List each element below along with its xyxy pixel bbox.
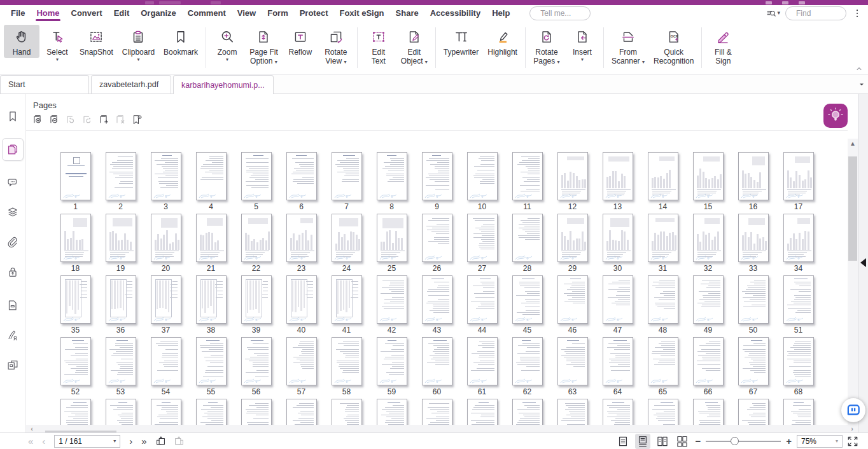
sidebar-item-destinations[interactable] <box>3 297 22 314</box>
page-thumbnail-14[interactable] <box>648 152 678 200</box>
quick-recognition-button[interactable]: OCRQuickRecognition <box>649 25 698 67</box>
page-thumbnail-15[interactable] <box>693 152 724 200</box>
zoom-slider-thumb[interactable] <box>731 437 739 445</box>
page-thumbnail-46[interactable] <box>557 275 588 324</box>
page-thumbnail-4[interactable] <box>196 152 227 200</box>
page-thumbnail-48[interactable] <box>648 275 678 324</box>
page-thumbnail-16[interactable] <box>738 152 769 200</box>
page-thumbnail-28[interactable] <box>512 214 543 262</box>
page-thumbnail-85[interactable] <box>783 399 814 425</box>
vertical-scrollbar[interactable]: ▲ <box>848 139 858 425</box>
page-thumbnail-19[interactable] <box>106 214 136 262</box>
page-thumbnail-77[interactable] <box>422 399 452 425</box>
page-number-field[interactable]: 1 / 161 ▾ <box>54 435 120 448</box>
single-page-layout-button[interactable] <box>615 434 631 449</box>
find-input[interactable] <box>795 8 842 18</box>
page-thumbnail-40[interactable] <box>286 275 317 324</box>
menu-edit[interactable]: Edit <box>108 7 136 19</box>
page-thumbnail-45[interactable] <box>512 275 543 324</box>
rotate-pages-button[interactable]: RotatePages ▾ <box>529 25 564 67</box>
tell-me-search[interactable] <box>529 6 591 20</box>
select-button[interactable]: Select▾ <box>39 25 75 64</box>
page-thumbnail-59[interactable] <box>377 337 407 385</box>
reflow-button[interactable]: Reflow <box>283 25 318 58</box>
page-thumbnail-9[interactable] <box>422 152 452 200</box>
page-thumbnail-26[interactable] <box>422 214 452 262</box>
page-thumbnail-71[interactable] <box>151 399 181 425</box>
page-thumbnail-3[interactable] <box>151 152 181 200</box>
sidebar-item-comments[interactable] <box>3 174 22 191</box>
sidebar-item-signatures[interactable] <box>3 327 22 343</box>
sidebar-item-attachments[interactable] <box>3 234 22 251</box>
page-thumbnail-60[interactable] <box>422 337 452 385</box>
zoom-slider-track[interactable] <box>706 441 781 442</box>
page-thumbnail-65[interactable] <box>648 337 678 385</box>
page-thumbnail-17[interactable] <box>783 152 814 200</box>
page-thumbnail-57[interactable] <box>286 337 317 385</box>
zoom-button[interactable]: Zoom▾ <box>209 25 245 64</box>
page-thumbnail-33[interactable] <box>738 214 769 262</box>
menu-protect[interactable]: Protect <box>294 7 334 19</box>
typewriter-button[interactable]: Typewriter <box>439 25 483 58</box>
page-thumbnail-20[interactable] <box>151 214 181 262</box>
facing-layout-button[interactable] <box>655 434 670 449</box>
fill-sign-button[interactable]: Fill &Sign <box>705 25 741 67</box>
smart-assistant-button[interactable] <box>823 104 848 128</box>
snapshot-button[interactable]: SnapShot <box>75 25 118 58</box>
page-thumbnail-56[interactable] <box>241 337 272 385</box>
page-thumbnail-32[interactable] <box>693 214 724 262</box>
page-thumbnail-78[interactable] <box>467 399 498 425</box>
horizontal-scrollbar[interactable]: ‹ › <box>26 425 858 432</box>
reduce-thumbnails-button[interactable] <box>48 114 60 126</box>
tell-me-input[interactable] <box>539 8 586 18</box>
page-thumbnail-41[interactable] <box>332 275 362 324</box>
zoom-out-button[interactable]: − <box>694 436 702 446</box>
page-thumbnail-73[interactable] <box>241 399 272 425</box>
page-thumbnail-80[interactable] <box>557 399 588 425</box>
vertical-scroll-thumb[interactable] <box>848 156 857 261</box>
clipboard-button[interactable]: Clipboard▾ <box>118 25 159 64</box>
page-thumbnail-8[interactable] <box>377 152 407 200</box>
page-thumbnail-35[interactable] <box>60 275 91 324</box>
rotate-view-button[interactable]: RotateView ▾ <box>318 25 354 67</box>
document-tab-1[interactable]: Start <box>0 75 89 93</box>
next-view-button[interactable] <box>173 435 185 447</box>
page-thumbnail-18[interactable] <box>60 214 91 262</box>
page-thumbnail-64[interactable] <box>603 337 633 385</box>
menu-file[interactable]: File <box>5 7 31 19</box>
page-thumbnail-22[interactable] <box>241 214 272 262</box>
page-thumbnail-21[interactable] <box>196 214 227 262</box>
page-thumbnail-37[interactable] <box>151 275 181 324</box>
page-thumbnail-1[interactable] <box>60 152 91 200</box>
highlight-button[interactable]: Highlight <box>483 25 522 58</box>
fullscreen-button[interactable] <box>846 435 859 448</box>
page-thumbnail-44[interactable] <box>467 275 498 324</box>
sidebar-item-bookmarks[interactable] <box>3 108 22 125</box>
page-thumbnail-52[interactable] <box>60 337 91 385</box>
page-thumbnail-66[interactable] <box>693 337 724 385</box>
page-thumbnail-50[interactable] <box>738 275 769 324</box>
page-thumbnail-12[interactable] <box>557 152 588 200</box>
document-tab-2[interactable]: zavabetetarh.pdf <box>91 75 171 93</box>
find-box[interactable] <box>785 6 846 20</box>
page-thumbnail-79[interactable] <box>512 399 543 425</box>
last-page-button[interactable]: » <box>137 435 150 448</box>
page-thumbnail-75[interactable] <box>332 399 362 425</box>
previous-view-button[interactable] <box>155 435 167 447</box>
page-thumbnail-55[interactable] <box>196 337 227 385</box>
prev-page-button[interactable]: ‹ <box>38 435 49 448</box>
from-scanner-button[interactable]: FromScanner ▾ <box>607 25 649 67</box>
page-thumbnail-72[interactable] <box>196 399 227 425</box>
menu-convert[interactable]: Convert <box>66 7 108 19</box>
menu-foxit-esign[interactable]: Foxit eSign <box>333 7 389 19</box>
insert-page-button[interactable] <box>98 114 110 126</box>
zoom-in-button[interactable]: + <box>785 436 793 446</box>
sidebar-item-security[interactable] <box>3 264 22 280</box>
page-thumbnail-11[interactable] <box>512 152 543 200</box>
delete-page-button[interactable] <box>115 114 127 126</box>
page-thumbnail-83[interactable] <box>693 399 724 425</box>
page-thumbnail-10[interactable] <box>467 152 498 200</box>
page-thumbnail-61[interactable] <box>467 337 498 385</box>
page-thumbnail-70[interactable] <box>106 399 136 425</box>
page-thumbnail-62[interactable] <box>512 337 543 385</box>
